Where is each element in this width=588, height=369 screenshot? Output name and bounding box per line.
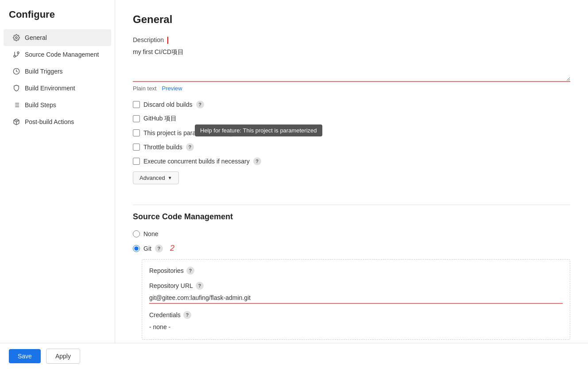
repo-url-label: Repository URL ? [149, 282, 563, 290]
scm-section-heading: Source Code Management [133, 212, 570, 221]
help-throttle-btn[interactable]: ? [186, 143, 194, 151]
help-git-btn[interactable]: ? [155, 245, 163, 252]
radio-none: None [133, 230, 570, 237]
sidebar-item-label-build-steps: Build Steps [25, 101, 56, 109]
checkbox-github-label: GitHub 项目 [143, 115, 177, 123]
svg-point-2 [17, 52, 19, 54]
shield-icon [12, 84, 20, 92]
chevron-down-icon: ▼ [168, 175, 172, 180]
description-textarea[interactable]: my first CI/CD项目 [133, 47, 570, 82]
gear-icon [12, 34, 20, 42]
text-cursor [167, 37, 168, 44]
radio-git-input[interactable] [133, 245, 140, 252]
main-content: General Description my first CI/CD项目 Pla… [115, 0, 588, 358]
section-divider [133, 205, 570, 205]
checkbox-discard-old-input[interactable] [133, 101, 140, 108]
help-discard-old-btn[interactable]: ? [196, 101, 204, 109]
format-plain-text: Plain text [133, 85, 156, 92]
credentials-label: Credentials ? [149, 311, 563, 319]
checkbox-parameterized: This project is parameterized ? Help for… [133, 129, 570, 137]
help-repo-url-btn[interactable]: ? [196, 282, 204, 290]
checkbox-discard-old-label: Discard old builds [143, 101, 193, 108]
bottom-bar: Save Apply [0, 343, 588, 369]
advanced-button[interactable]: Advanced ▼ [133, 171, 179, 184]
sidebar-item-label-general: General [25, 34, 47, 41]
sidebar-title: Configure [0, 9, 115, 29]
help-concurrent-btn[interactable]: ? [253, 157, 261, 165]
checkbox-discard-old: Discard old builds ? [133, 101, 570, 109]
apply-button[interactable]: Apply [46, 349, 80, 364]
checkbox-github-input[interactable] [133, 115, 140, 122]
repo-url-input[interactable] [149, 292, 563, 304]
clock-icon [12, 67, 20, 75]
sidebar-item-label-build-triggers: Build Triggers [25, 68, 63, 75]
save-button[interactable]: Save [9, 349, 41, 363]
sidebar-item-build-steps[interactable]: Build Steps [4, 97, 111, 113]
checkbox-concurrent: Execute concurrent builds if necessary ? [133, 157, 570, 165]
package-icon [12, 118, 20, 126]
svg-point-0 [15, 37, 17, 39]
parameterized-tooltip: Help for feature: This project is parame… [195, 124, 322, 136]
svg-line-11 [15, 120, 18, 121]
branch-icon [12, 50, 20, 58]
help-repositories-btn[interactable]: ? [186, 267, 194, 275]
radio-git: Git ? 2 [133, 244, 570, 253]
checkbox-concurrent-label: Execute concurrent builds if necessary [143, 158, 250, 165]
list-icon [12, 101, 20, 109]
page-title: General [133, 13, 570, 26]
checkbox-throttle: Throttle builds ? [133, 143, 570, 151]
radio-git-label: Git [143, 245, 151, 252]
radio-none-label: None [143, 230, 158, 237]
checkbox-throttle-input[interactable] [133, 144, 140, 151]
format-preview-link[interactable]: Preview [162, 85, 182, 92]
checkbox-throttle-label: Throttle builds [143, 144, 182, 151]
help-credentials-btn[interactable]: ? [183, 311, 191, 319]
credentials-value: - none - [149, 322, 563, 332]
sidebar-item-post-build[interactable]: Post-build Actions [4, 113, 111, 130]
checkbox-concurrent-input[interactable] [133, 158, 140, 165]
svg-point-3 [14, 55, 15, 57]
sidebar-item-build-environment[interactable]: Build Environment [4, 80, 111, 97]
radio-none-input[interactable] [133, 230, 140, 237]
repositories-label: Repositories ? [149, 267, 563, 275]
checkbox-parameterized-input[interactable] [133, 129, 140, 136]
sidebar-item-label-source-code: Source Code Management [25, 51, 99, 58]
sidebar-item-label-post-build: Post-build Actions [25, 118, 74, 125]
checkbox-github: GitHub 项目 [133, 115, 570, 123]
sidebar-item-build-triggers[interactable]: Build Triggers [4, 63, 111, 80]
repositories-section: Repositories ? Repository URL ? Credenti… [142, 259, 570, 340]
sidebar: Configure General Source Code Management [0, 0, 115, 358]
description-label: Description [133, 36, 570, 44]
description-wrapper: my first CI/CD项目 [133, 47, 570, 83]
sidebar-item-source-code[interactable]: Source Code Management [4, 46, 111, 63]
sidebar-item-label-build-environment: Build Environment [25, 85, 75, 92]
git-annotation: 2 [170, 244, 174, 253]
sidebar-item-general[interactable]: General [4, 29, 111, 46]
format-options: Plain text Preview [133, 85, 570, 92]
